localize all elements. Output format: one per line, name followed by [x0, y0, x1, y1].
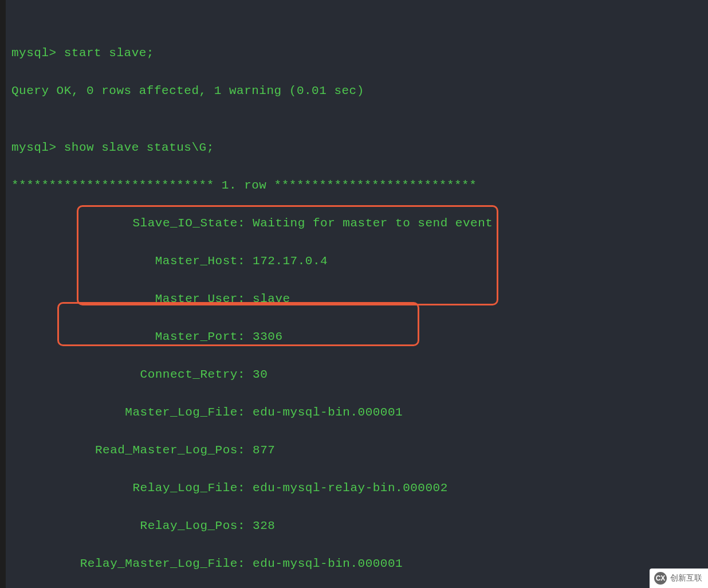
status-row: Master_User: slave [11, 289, 702, 308]
field-label: Relay_Log_Pos: [11, 516, 245, 535]
row-header: *************************** 1. row *****… [11, 176, 702, 195]
editor-gutter [0, 0, 6, 588]
field-label: Master_Log_File: [11, 403, 245, 422]
field-label: Connect_Retry: [11, 365, 245, 384]
field-value: 328 [253, 519, 275, 532]
field-value: Waiting for master to send event [253, 217, 493, 230]
field-value: 877 [253, 444, 275, 457]
field-label: Master_User: [11, 289, 245, 308]
status-row: Relay_Log_Pos: 328 [11, 516, 702, 535]
field-label: Relay_Master_Log_File: [11, 554, 245, 573]
status-row: Relay_Master_Log_File: edu-mysql-bin.000… [11, 554, 702, 573]
status-row: Master_Log_File: edu-mysql-bin.000001 [11, 403, 702, 422]
field-label: Master_Port: [11, 327, 245, 346]
field-value: edu-mysql-relay-bin.000002 [253, 481, 448, 495]
query-result: Query OK, 0 rows affected, 1 warning (0.… [11, 81, 702, 100]
field-value: 3306 [253, 330, 282, 343]
field-label: Relay_Log_File: [11, 479, 245, 497]
field-label: Read_Master_Log_Pos: [11, 441, 245, 460]
status-row: Read_Master_Log_Pos: 877 [11, 441, 702, 460]
field-label: Slave_IO_State: [11, 214, 245, 233]
status-row: Connect_Retry: 30 [11, 365, 702, 384]
status-row: Slave_IO_State: Waiting for master to se… [11, 214, 702, 233]
watermark-text: 创新互联 [670, 573, 702, 583]
watermark-logo-icon: CX [654, 572, 667, 585]
watermark: CX 创新互联 [650, 569, 708, 588]
field-value: edu-mysql-bin.000001 [253, 557, 403, 570]
status-row: Master_Host: 172.17.0.4 [11, 252, 702, 271]
status-row: Master_Port: 3306 [11, 327, 702, 346]
field-value: edu-mysql-bin.000001 [253, 406, 403, 419]
field-value: 172.17.0.4 [253, 254, 328, 268]
field-value: 30 [253, 368, 268, 381]
field-label: Master_Host: [11, 252, 245, 271]
command-start-slave: mysql> start slave; [11, 44, 702, 62]
status-row: Relay_Log_File: edu-mysql-relay-bin.0000… [11, 479, 702, 497]
field-value: slave [253, 292, 290, 305]
terminal-output[interactable]: mysql> start slave; Query OK, 0 rows aff… [6, 0, 708, 588]
command-show-slave-status: mysql> show slave status\G; [11, 138, 702, 157]
